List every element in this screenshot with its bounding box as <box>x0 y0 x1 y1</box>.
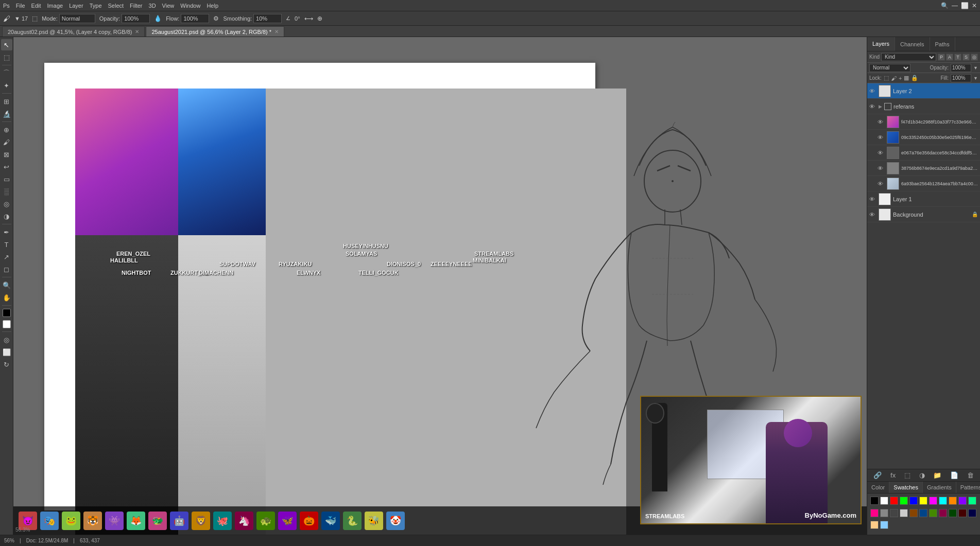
brush-tool-icon[interactable]: 🖌 <box>3 14 10 23</box>
search-icon[interactable]: 🔍 <box>941 2 949 9</box>
type-tool[interactable]: T <box>1 239 12 250</box>
delete-layer-btn[interactable]: 🗑 <box>967 471 974 479</box>
filter-smartobj-icon[interactable]: ◎ <box>971 54 978 61</box>
menu-edit[interactable]: Edit <box>31 3 41 9</box>
layer-item-referans[interactable]: 👁 ▶ referans <box>867 99 980 114</box>
layer-item-layer1[interactable]: 👁 Layer 1 <box>867 191 980 207</box>
filter-select[interactable]: Kind <box>881 53 936 61</box>
swatch-22[interactable] <box>870 521 879 529</box>
fill-input[interactable] <box>951 74 971 82</box>
mode-input[interactable] <box>59 14 95 23</box>
opacity-arrow[interactable]: ▼ <box>973 65 978 71</box>
link-layers-btn[interactable]: 🔗 <box>873 471 882 479</box>
group-arrow-referans[interactable]: ▶ <box>879 104 882 109</box>
eraser-tool[interactable]: ▭ <box>1 173 12 185</box>
selection-tool[interactable]: ⬚ <box>1 51 12 63</box>
swatch-6[interactable] <box>929 497 937 505</box>
layer-effects-btn[interactable]: fx <box>890 471 896 479</box>
swatch-10[interactable] <box>968 497 976 505</box>
magic-wand-tool[interactable]: ✦ <box>1 80 12 91</box>
swatch-15[interactable] <box>909 509 918 517</box>
layer-vis-bg[interactable]: 👁 <box>869 212 876 218</box>
layer-item-img2[interactable]: 👁 09c3352450c05b30e5e025f6196e0830 <box>867 130 980 145</box>
swatch-11[interactable] <box>870 509 879 517</box>
swatch-13[interactable] <box>890 509 898 517</box>
layer-item-img3[interactable]: 👁 e067a76e356dacce58c34ccdfddf516e <box>867 145 980 161</box>
zoom-tool[interactable]: 🔍 <box>1 279 12 291</box>
layer-item-background[interactable]: 👁 Background 🔒 <box>867 207 980 222</box>
maximize-icon[interactable]: ⬜ <box>961 2 969 9</box>
layer-vis-img2[interactable]: 👁 <box>878 134 885 140</box>
doc-tab-1[interactable]: 20august02.psd @ 41,5%, (Layer 4 copy, R… <box>2 26 145 37</box>
menu-3d[interactable]: 3D <box>149 3 156 9</box>
lasso-tool[interactable]: ⌒ <box>1 67 12 79</box>
dodge-tool[interactable]: ◑ <box>1 210 12 222</box>
app-icon[interactable]: Ps <box>3 3 10 9</box>
layer-vis-layer1[interactable]: 👁 <box>869 196 876 202</box>
airbrush-icon[interactable]: 💧 <box>154 15 162 22</box>
layer-item-img4[interactable]: 👁 38756b8674e9eca2cd1a9d79aba2a26a <box>867 161 980 176</box>
layer-vis-img3[interactable]: 👁 <box>878 150 885 156</box>
tab-swatches[interactable]: Swatches <box>889 482 923 493</box>
lock-transparent-icon[interactable]: ⬚ <box>884 75 889 81</box>
history-brush-tool[interactable]: ↩ <box>1 161 12 172</box>
filter-pixel-icon[interactable]: P <box>938 54 945 61</box>
layer-vis-referans[interactable]: 👁 <box>869 103 876 110</box>
crop-tool[interactable]: ⊞ <box>1 96 12 107</box>
swatch-5[interactable] <box>919 497 927 505</box>
smoothing-icon[interactable]: ⚙ <box>213 15 219 22</box>
layer-vis-layer2[interactable]: 👁 <box>869 88 876 94</box>
lock-artboard-icon[interactable]: ▦ <box>904 75 909 81</box>
swatch-23[interactable] <box>880 521 888 529</box>
blur-tool[interactable]: ◎ <box>1 198 12 209</box>
smoothing-input[interactable] <box>253 14 282 23</box>
swatch-16[interactable] <box>919 509 927 517</box>
layer-vis-img1[interactable]: 👁 <box>878 119 885 125</box>
swatch-19[interactable] <box>949 509 957 517</box>
opacity-input[interactable] <box>122 14 150 23</box>
fill-arrow[interactable]: ▼ <box>973 76 978 81</box>
brush-tool[interactable]: 🖌 <box>1 136 12 148</box>
move-tool[interactable]: ↖ <box>1 39 12 50</box>
symmetry-icon[interactable]: ⟷ <box>304 15 313 22</box>
lock-position-icon[interactable]: + <box>899 75 902 81</box>
minimize-icon[interactable]: — <box>952 2 958 9</box>
doc-tab-2-close[interactable]: ✕ <box>274 29 279 34</box>
new-layer-btn[interactable]: 📄 <box>950 471 958 479</box>
stamp-tool[interactable]: ⊠ <box>1 149 12 160</box>
tab-paths[interactable]: Paths <box>930 37 955 51</box>
menu-type[interactable]: Type <box>90 3 102 9</box>
sketch-area[interactable] <box>266 89 626 535</box>
swatch-8[interactable] <box>949 497 957 505</box>
menu-help[interactable]: Help <box>207 3 218 9</box>
layer-item-layer2[interactable]: 👁 Layer 2 <box>867 83 980 99</box>
doc-tab-1-close[interactable]: ✕ <box>135 29 139 34</box>
menu-layer[interactable]: Layer <box>69 3 83 9</box>
hand-tool[interactable]: ✋ <box>1 292 12 303</box>
tab-channels[interactable]: Channels <box>895 37 930 51</box>
layer-vis-img4[interactable]: 👁 <box>878 165 885 171</box>
opacity-input-layers[interactable] <box>951 64 971 72</box>
doc-tab-2[interactable]: 25august2021.psd @ 56,6% (Layer 2, RGB/8… <box>146 26 284 37</box>
swatch-17[interactable] <box>929 509 937 517</box>
lock-paint-icon[interactable]: 🖌 <box>891 75 897 81</box>
menu-view[interactable]: View <box>162 3 175 9</box>
screen-mode-tool[interactable]: ⬜ <box>1 346 12 358</box>
adjustment-layer-btn[interactable]: ◑ <box>919 471 925 479</box>
layer-item-img5[interactable]: 👁 6a93bae2564b1284aea7bb7a4c00350c <box>867 176 980 191</box>
background-color[interactable] <box>3 320 11 328</box>
quick-mask-tool[interactable]: ◎ <box>1 334 12 345</box>
menu-window[interactable]: Window <box>180 3 200 9</box>
shape-tool[interactable]: ◻ <box>1 263 12 275</box>
swatch-0[interactable] <box>870 497 879 505</box>
layer-item-img1[interactable]: 👁 f47d1b34c2988f10a33f77c33e966d4c <box>867 114 980 130</box>
menu-filter[interactable]: Filter <box>130 3 142 9</box>
canvas-area[interactable]: HUSEYINHUSNU SOLAMYAS RYUZAKIKU DIONISOS… <box>13 37 867 535</box>
extra-icon[interactable]: ⊕ <box>317 15 322 22</box>
swatch-2[interactable] <box>890 497 898 505</box>
close-icon[interactable]: ✕ <box>972 2 977 9</box>
layer-mask-btn[interactable]: ⬚ <box>904 471 910 479</box>
filter-adjustment-icon[interactable]: A <box>946 54 953 61</box>
gradient-tool[interactable]: ░ <box>1 186 12 197</box>
menu-file[interactable]: File <box>16 3 25 9</box>
